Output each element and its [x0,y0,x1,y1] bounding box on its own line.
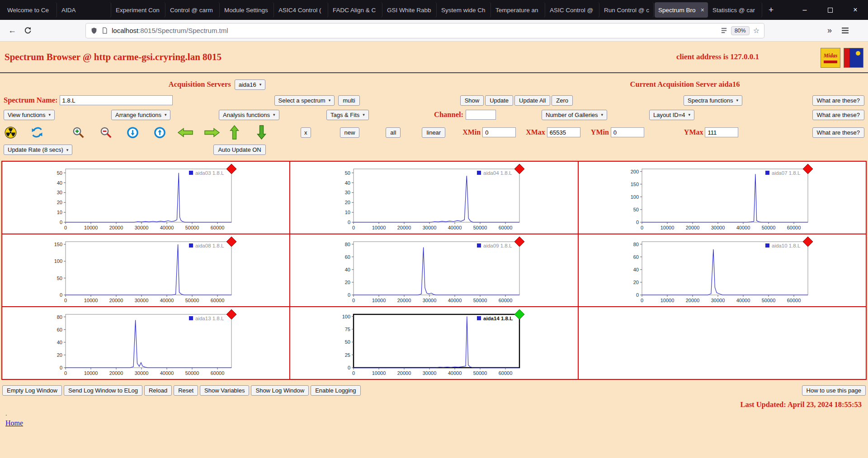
tab-spectrum-bro[interactable]: Spectrum Bro× [655,2,708,18]
empty-log-window-button[interactable]: Empty Log Window [2,385,62,396]
show-variables-button[interactable]: Show Variables [200,385,249,396]
refresh-button[interactable] [31,126,43,139]
xmax-input[interactable] [547,127,580,137]
page-info-icon[interactable] [101,27,108,34]
spectrum-cell-aida09[interactable]: 0204060800100002000030000400005000060000… [290,234,578,307]
spectrum-cell-aida10[interactable]: 0204060800100002000030000400005000060000… [578,234,866,307]
tab-close-icon[interactable]: × [698,6,704,14]
spectrum-plot-aida04[interactable]: 0102030405001000020000300004000050000600… [319,164,528,232]
multi-button[interactable]: multi [338,95,359,106]
tab-asic4-control[interactable]: ASIC4 Control ( [275,2,328,18]
tab-experiment-con[interactable]: Experiment Con [112,2,165,18]
spectra-functions-select[interactable]: Spectra functions ▾ [684,95,742,106]
radiation-icon [5,126,17,139]
bookmark-star-icon[interactable]: ☆ [753,26,760,35]
reset-button[interactable]: Reset [174,385,198,396]
channel-input[interactable] [466,110,496,120]
tab-label: Welcome to Ce [7,7,49,14]
home-link[interactable]: Home [5,419,23,427]
xmin-input[interactable] [482,127,516,137]
y-tick-label: 100 [342,314,350,319]
x-tick-label: 40000 [160,370,174,376]
tab-run-control-c[interactable]: Run Control @ c [600,2,654,18]
spectrum-cell-aida07[interactable]: 0501001502000100002000030000400005000060… [578,161,866,234]
window-minimize-button[interactable]: – [792,0,817,20]
reload-button[interactable] [20,23,35,38]
acquisition-server-select[interactable]: aida16 ▾ [235,79,266,90]
tab-asic-control[interactable]: ASIC Control @ [546,2,599,18]
page-header: Spectrum Browser @ http carme-gsi.cryrin… [0,42,868,70]
tab-system-wide-ch[interactable]: System wide Ch [438,2,491,18]
new-button[interactable]: new [340,127,360,138]
spectrum-cell-aida13[interactable]: 0204060800100002000030000400005000060000… [2,307,290,379]
reader-mode-icon[interactable] [721,27,727,34]
scroll-down-button[interactable] [256,125,267,140]
shield-icon[interactable] [90,27,98,34]
radiation-button[interactable] [5,126,17,139]
tab-welcome-to-ce[interactable]: Welcome to Ce [4,2,57,18]
tab-aida[interactable]: AIDA [58,2,111,18]
what-are-these-button-3[interactable]: What are these? [812,127,864,138]
scroll-right-button[interactable] [204,127,220,138]
spectrum-name-input[interactable] [60,95,173,105]
analysis-functions-select[interactable]: Analysis functions ▾ [219,110,279,120]
spectrum-name-label: Spectrum Name: [4,96,58,105]
zoom-out-button[interactable] [99,126,113,139]
send-log-to-elog-button[interactable]: Send Log Window to ELog [64,385,142,396]
enable-logging-button[interactable]: Enable Logging [311,385,360,396]
hamburger-menu-button[interactable] [837,23,853,38]
spectrum-plot-aida14[interactable]: 0255075100010000200003000040000500006000… [319,309,528,378]
update-button[interactable]: Update [485,95,513,106]
x-axis-button[interactable]: x [301,127,311,138]
overflow-menu-button[interactable]: » [822,23,837,38]
tab-temperature-an[interactable]: Temperature an [492,2,545,18]
tab-control-carm[interactable]: Control @ carm [166,2,220,18]
all-button[interactable]: all [386,127,401,138]
spectrum-plot-aida13[interactable]: 0204060800100002000030000400005000060000… [31,309,240,378]
url-bar[interactable]: localhost:8015/Spectrum/Spectrum.tml 80%… [86,23,764,38]
new-tab-button[interactable]: + [763,5,779,15]
scroll-up-button[interactable] [229,125,240,140]
tab-gsi-white-rabb[interactable]: GSI White Rabb [383,2,437,18]
spectrum-cell-aida08[interactable]: 0501001500100002000030000400005000060000… [2,234,290,307]
x-tick-label: 30000 [711,298,725,303]
expand-y-button[interactable] [127,126,139,139]
window-close-button[interactable]: × [843,0,868,20]
show-button[interactable]: Show [460,95,484,106]
spectrum-plot-aida09[interactable]: 0204060800100002000030000400005000060000… [319,236,528,305]
tags-fits-select[interactable]: Tags & Fits ▾ [326,110,369,120]
spectrum-plot-aida03[interactable]: 0102030405001000020000300004000050000600… [31,164,240,232]
ymax-input[interactable] [705,127,738,137]
zoom-level-badge[interactable]: 80% [731,26,750,35]
show-log-window-button[interactable]: Show Log Window [251,385,309,396]
update-all-button[interactable]: Update All [514,95,550,106]
spectrum-plot-aida08[interactable]: 0501001500100002000030000400005000060000… [31,236,240,305]
spectrum-cell-aida03[interactable]: 0102030405001000020000300004000050000600… [2,161,290,234]
select-a-spectrum-select[interactable]: Select a spectrum ▾ [274,95,335,106]
tab-module-settings[interactable]: Module Settings [221,2,274,18]
auto-update-button[interactable]: Auto Update ON [213,145,265,155]
arrange-functions-select[interactable]: Arrange functions ▾ [111,110,170,120]
spectrum-plot-aida10[interactable]: 0204060800100002000030000400005000060000… [608,236,816,305]
ymin-input[interactable] [611,127,644,137]
tab-fadc-align-c[interactable]: FADC Align & C [329,2,382,18]
layout-id-select[interactable]: Layout ID=4 ▾ [649,110,694,120]
compress-y-button[interactable] [154,126,166,139]
what-are-these-button-1[interactable]: What are these? [812,95,864,106]
what-are-these-button-2[interactable]: What are these? [812,110,864,120]
back-button[interactable]: ← [5,23,20,38]
scroll-left-button[interactable] [177,127,193,138]
tab-statistics-car[interactable]: Statistics @ car [709,2,762,18]
window-maximize-button[interactable] [817,0,843,20]
view-functions-select[interactable]: View functions ▾ [4,110,55,120]
zero-button[interactable]: Zero [552,95,573,106]
update-rate-select[interactable]: Update Rate (8 secs) ▾ [4,145,72,155]
spectrum-plot-aida07[interactable]: 0501001502000100002000030000400005000060… [608,164,816,232]
linear-button[interactable]: linear [422,127,445,138]
reload-page-button[interactable]: Reload [144,385,172,396]
spectrum-cell-aida04[interactable]: 0102030405001000020000300004000050000600… [290,161,578,234]
spectrum-cell-aida14[interactable]: 0255075100010000200003000040000500006000… [290,307,578,379]
how-to-use-button[interactable]: How to use this page [802,385,866,396]
zoom-in-button[interactable] [71,126,85,139]
number-of-galleries-select[interactable]: Number of Galleries ▾ [542,110,607,120]
